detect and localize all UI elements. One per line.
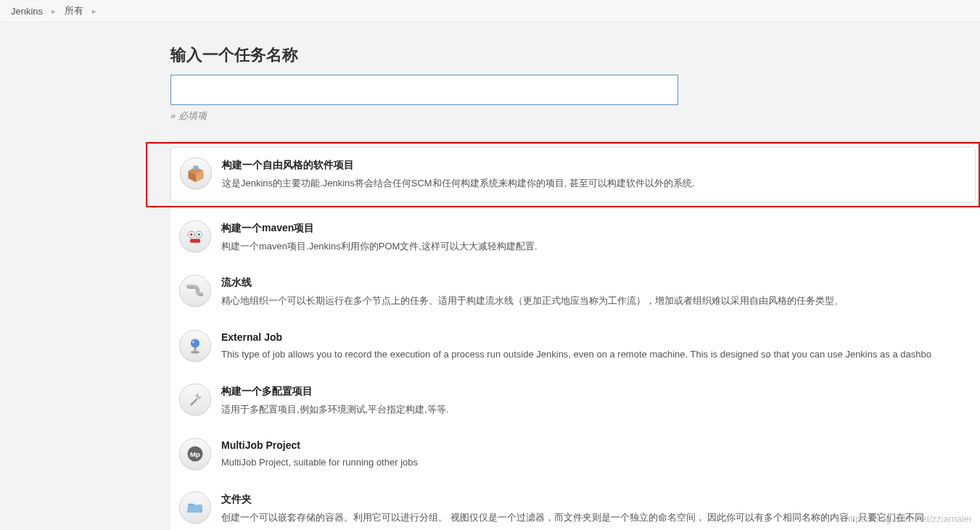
job-type-desc: MultiJob Project, suitable for running o… <box>221 455 971 470</box>
folder-icon <box>179 492 211 523</box>
watermark: https://blog.csdn.net/zziamalei <box>845 513 971 524</box>
job-type-multijob[interactable]: Mp MultiJob Project MultiJob Project, su… <box>170 428 980 481</box>
svg-point-4 <box>198 233 201 236</box>
job-type-pipeline[interactable]: 流水线 精心地组织一个可以长期运行在多个节点上的任务。适用于构建流水线（更加正式… <box>170 265 980 320</box>
job-type-title: 流水线 <box>221 276 971 289</box>
svg-point-9 <box>192 341 195 344</box>
job-type-external[interactable]: External Job This type of job allows you… <box>170 320 980 373</box>
box-icon <box>180 157 212 189</box>
breadcrumb-item-jenkins[interactable]: Jenkins <box>11 6 43 17</box>
required-hint: » 必填项 <box>170 109 980 123</box>
breadcrumb-separator-icon: ▸ <box>92 7 96 16</box>
main-content: 输入一个任务名称 » 必填项 构建一个自由风格的软件项目 这是Jenkins的主… <box>0 22 980 530</box>
svg-rect-0 <box>194 166 199 170</box>
job-type-desc: 这是Jenkins的主要功能.Jenkins将会结合任何SCM和任何构建系统来构… <box>222 176 966 191</box>
svg-text:Mp: Mp <box>190 450 200 458</box>
job-type-desc: This type of job allows you to record th… <box>221 347 971 362</box>
pipeline-icon <box>179 275 211 307</box>
job-type-title: 构建一个多配置项目 <box>221 385 971 398</box>
job-type-list: 构建一个自由风格的软件项目 这是Jenkins的主要功能.Jenkins将会结合… <box>170 141 980 530</box>
breadcrumb-item-all[interactable]: 所有 <box>65 4 83 17</box>
job-type-title: 文件夹 <box>221 493 971 506</box>
page-title: 输入一个任务名称 <box>170 44 980 66</box>
svg-point-8 <box>191 339 199 347</box>
svg-rect-5 <box>190 239 200 242</box>
breadcrumb-separator-icon: ▸ <box>52 7 56 16</box>
job-type-title: 构建一个maven项目 <box>221 222 971 235</box>
job-type-maven[interactable]: 构建一个maven项目 构建一个maven项目.Jenkins利用你的POM文件… <box>170 210 980 265</box>
job-type-desc: 适用于多配置项目,例如多环境测试,平台指定构建,等等. <box>221 402 971 417</box>
job-type-title: External Job <box>221 331 971 343</box>
external-icon <box>179 330 211 362</box>
job-type-title: 构建一个自由风格的软件项目 <box>222 159 966 172</box>
job-type-desc: 精心地组织一个可以长期运行在多个节点上的任务。适用于构建流水线（更加正式地应当称… <box>221 294 971 308</box>
svg-point-3 <box>190 233 193 236</box>
highlight-box: 构建一个自由风格的软件项目 这是Jenkins的主要功能.Jenkins将会结合… <box>146 142 980 207</box>
job-type-desc: 构建一个maven项目.Jenkins利用你的POM文件,这样可以大大减轻构建配… <box>221 239 971 254</box>
tools-icon <box>179 384 211 415</box>
svg-point-10 <box>198 394 201 397</box>
svg-rect-7 <box>194 347 197 352</box>
breadcrumb: Jenkins ▸ 所有 ▸ <box>0 0 980 22</box>
job-type-freestyle[interactable]: 构建一个自由风格的软件项目 这是Jenkins的主要功能.Jenkins将会结合… <box>170 146 976 203</box>
job-type-multiconfig[interactable]: 构建一个多配置项目 适用于多配置项目,例如多环境测试,平台指定构建,等等. <box>170 373 980 428</box>
multijob-icon: Mp <box>179 438 211 470</box>
job-name-input[interactable] <box>170 75 678 105</box>
maven-icon <box>179 220 211 252</box>
job-type-title: MultiJob Project <box>221 439 971 451</box>
